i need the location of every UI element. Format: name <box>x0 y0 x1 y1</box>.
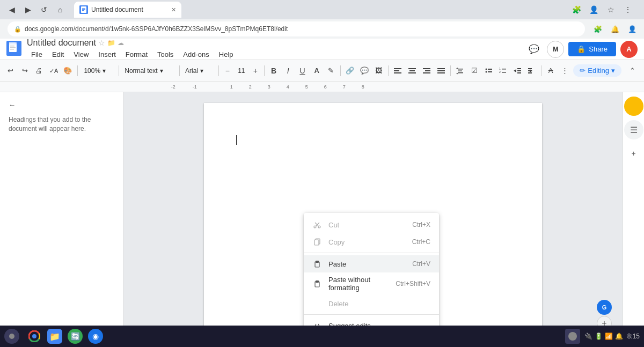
align-left-btn[interactable] <box>392 63 404 78</box>
ctx-paste[interactable]: Paste Ctrl+V <box>304 255 439 272</box>
undo-btn[interactable]: ↩ <box>4 63 17 78</box>
comment-inline-btn[interactable]: 💬 <box>358 63 371 78</box>
editing-mode-dropdown-icon: ▾ <box>611 67 615 75</box>
taskbar-chrome[interactable] <box>26 328 43 345</box>
docs-folder-icon: 📁 <box>107 39 115 47</box>
svg-rect-20 <box>425 70 430 71</box>
font-size-increase-btn[interactable]: + <box>250 65 261 76</box>
outdent-btn[interactable] <box>511 63 524 78</box>
indent-btn[interactable] <box>525 63 538 78</box>
menu-addons[interactable]: Add-ons <box>179 48 213 61</box>
cut-icon <box>312 220 322 230</box>
taskbar-right: 🔌 🔋 📶 🔔 8:15 <box>565 329 640 344</box>
menu-help[interactable]: Help <box>215 48 238 61</box>
ctx-copy[interactable]: Copy Ctrl+C <box>304 233 439 250</box>
browser-reload-btn[interactable]: ↺ <box>36 2 52 17</box>
svg-rect-22 <box>437 68 445 69</box>
image-btn[interactable]: 🖼 <box>373 63 385 78</box>
url-bar[interactable]: 🔒 docs.google.com/document/d/1w5nk-6SSP6… <box>8 21 585 36</box>
browser-back-btn[interactable]: ◀ <box>4 2 19 17</box>
more-options-btn[interactable]: ⋮ <box>559 63 572 78</box>
avatar[interactable]: A <box>620 41 638 58</box>
menu-format[interactable]: Format <box>121 48 152 61</box>
svg-rect-37 <box>502 72 506 73</box>
menu-file[interactable]: File <box>27 48 47 61</box>
docs-title[interactable]: Untitled document <box>27 39 96 48</box>
link-btn[interactable]: 🔗 <box>344 63 356 78</box>
menu-edit[interactable]: Edit <box>48 48 68 61</box>
svg-rect-24 <box>437 72 445 73</box>
editing-mode-selector[interactable]: ✏ Editing ▾ <box>573 64 621 77</box>
strikethrough-btn[interactable]: A <box>545 63 557 78</box>
browser-tab-active[interactable]: Untitled document ✕ <box>74 2 181 18</box>
ctx-delete[interactable]: Delete <box>304 295 439 312</box>
menu-view[interactable]: View <box>69 48 93 61</box>
font-selector[interactable]: Arial ▾ <box>183 64 215 78</box>
menu-insert[interactable]: Insert <box>94 48 120 61</box>
print-btn[interactable]: 🖨 <box>33 63 45 78</box>
font-size-decrease-btn[interactable]: − <box>222 65 233 76</box>
svg-rect-45 <box>528 72 532 73</box>
taskbar-app1[interactable]: 🔄 <box>67 328 84 345</box>
svg-rect-10 <box>10 47 16 48</box>
checklist-btn[interactable]: ☑ <box>468 63 480 78</box>
line-spacing-btn[interactable] <box>454 63 466 78</box>
taskbar-app2[interactable]: ◉ <box>87 328 104 345</box>
notifications-btn[interactable]: 🔔 <box>608 21 623 36</box>
ctx-suggest-edits[interactable]: Suggest edits <box>304 317 439 326</box>
taskbar-launcher[interactable] <box>4 329 19 344</box>
highlight-btn[interactable]: ✎ <box>325 63 338 78</box>
bullet-list-btn[interactable] <box>482 63 495 78</box>
docs-right-panel: ☰ + <box>623 92 644 326</box>
url-text: docs.google.com/document/d/1w5nk-6SSP6AJ… <box>25 25 579 33</box>
underline-btn[interactable]: U <box>296 63 309 78</box>
right-panel-sidebar-toggle[interactable]: ☰ <box>624 120 643 139</box>
docs-star-btn[interactable]: ☆ <box>98 39 105 47</box>
extensions-icon-btn[interactable]: 🧩 <box>590 21 605 36</box>
svg-point-32 <box>485 71 487 72</box>
docs-main: ← Headings that you add to the document … <box>0 92 644 326</box>
align-right-btn[interactable] <box>420 63 433 78</box>
browser-home-btn[interactable]: ⌂ <box>53 2 68 17</box>
numbered-list-btn[interactable]: 1.2. <box>497 63 509 78</box>
tab-close-btn[interactable]: ✕ <box>171 6 176 13</box>
ctx-cut[interactable]: Cut Ctrl+X <box>304 216 439 233</box>
taskbar-tray-item1[interactable] <box>565 329 580 344</box>
right-panel-add-btn[interactable]: + <box>624 144 643 163</box>
bold-btn[interactable]: B <box>268 63 280 78</box>
browser-forward-btn[interactable]: ▶ <box>20 2 35 17</box>
style-selector[interactable]: Normal text ▾ <box>122 64 176 78</box>
svg-point-62 <box>32 334 36 338</box>
browser-frame: ◀ ▶ ↺ ⌂ Untitled document ✕ 🧩 👤 ☆ ⋮ 🔒 <box>0 0 644 347</box>
comment-btn[interactable]: 💬 <box>525 41 543 58</box>
browser-star-btn[interactable]: ☆ <box>603 2 618 17</box>
ctx-sep-2 <box>304 314 439 315</box>
right-panel-notifications[interactable] <box>624 97 643 116</box>
ctx-paste-no-format[interactable]: Paste without formatting Ctrl+Shift+V <box>304 272 439 295</box>
meet-btn[interactable]: M <box>547 41 564 58</box>
toolbar-sep-2 <box>119 65 119 76</box>
justify-btn[interactable] <box>435 63 447 78</box>
profile-icon-btn[interactable]: 👤 <box>625 21 640 36</box>
zoom-selector[interactable]: 100% ▾ <box>80 64 115 78</box>
spellcheck-btn[interactable]: ✓A <box>47 63 60 78</box>
browser-extensions-btn[interactable]: 🧩 <box>569 2 584 17</box>
font-size-input[interactable]: 11 <box>233 67 250 75</box>
svg-rect-26 <box>458 70 462 71</box>
italic-btn[interactable]: I <box>282 63 294 78</box>
align-center-btn[interactable] <box>406 63 419 78</box>
collapse-toolbar-btn[interactable]: ⌃ <box>625 63 640 78</box>
share-btn[interactable]: 🔒 Share <box>568 42 616 56</box>
svg-rect-4 <box>82 10 84 11</box>
sidebar-back-btn[interactable]: ← <box>9 101 114 109</box>
taskbar-files[interactable]: 📁 <box>46 328 63 345</box>
paint-format-btn[interactable]: 🎨 <box>62 63 74 78</box>
redo-btn[interactable]: ↪ <box>19 63 31 78</box>
text-color-btn[interactable]: A <box>311 63 323 78</box>
svg-rect-53 <box>316 261 319 263</box>
ctx-copy-shortcut: Ctrl+C <box>412 238 430 246</box>
browser-menu-btn[interactable]: ⋮ <box>620 2 635 17</box>
menu-tools[interactable]: Tools <box>153 48 178 61</box>
docs-content-area[interactable]: Cut Ctrl+X Copy Ctrl+C <box>123 92 623 326</box>
browser-profile-btn[interactable]: 👤 <box>586 2 601 17</box>
